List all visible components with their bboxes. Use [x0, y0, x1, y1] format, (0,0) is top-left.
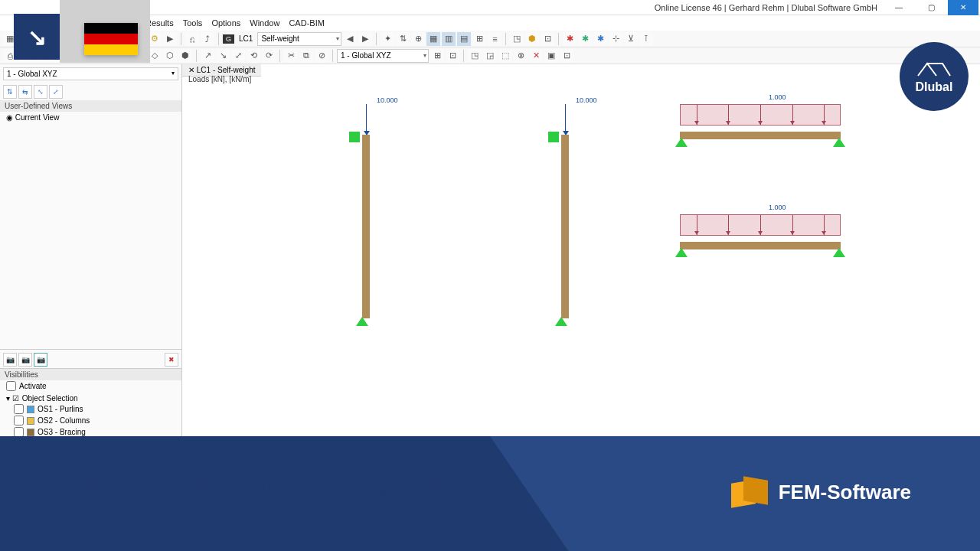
- tool-icon[interactable]: ✕: [529, 49, 543, 63]
- support-icon: [833, 138, 845, 147]
- main-area: 1 - Global XYZ ⇅ ⇆ ⤡ ⤢ User-Defined View…: [0, 64, 980, 462]
- distributed-load-icon: [680, 214, 841, 236]
- loadcase-combo[interactable]: Self-weight: [257, 32, 341, 46]
- tool-icon[interactable]: ✱: [563, 32, 577, 46]
- tool-icon[interactable]: ⊻: [624, 32, 638, 46]
- dlubal-logo: Dlubal: [900, 42, 969, 111]
- tool-icon[interactable]: ↘: [216, 49, 230, 63]
- view-icon[interactable]: ⇆: [18, 85, 32, 99]
- tool-icon[interactable]: ▣: [544, 49, 558, 63]
- maximize-button[interactable]: ▢: [916, 0, 946, 15]
- visibilities-header: Visibilities: [0, 369, 181, 380]
- tool-icon[interactable]: ≡: [488, 32, 501, 46]
- tool-icon[interactable]: ▶: [358, 32, 372, 46]
- support-icon: [675, 248, 688, 257]
- tool-icon[interactable]: ⊡: [446, 49, 459, 63]
- tool-icon[interactable]: ⊺: [639, 32, 653, 46]
- tool-icon[interactable]: ⬢: [525, 32, 539, 46]
- distributed-load-icon: [680, 104, 841, 126]
- tool-icon[interactable]: ◲: [483, 49, 497, 63]
- tool-icon[interactable]: ▥: [442, 32, 456, 46]
- column-member[interactable]: [362, 135, 370, 318]
- delete-icon[interactable]: ✖: [165, 353, 178, 367]
- tree-root[interactable]: ▾ ☑ Object Selection: [3, 393, 178, 403]
- tool-icon[interactable]: ⬢: [178, 49, 192, 63]
- tool-icon[interactable]: ◀: [343, 32, 357, 46]
- lc-id: LC1: [236, 34, 256, 43]
- tool-icon[interactable]: ▦: [426, 32, 440, 46]
- tool-icon[interactable]: ⊘: [315, 49, 328, 63]
- load-arrow-icon: [565, 104, 566, 135]
- tool-icon[interactable]: ⤢: [231, 49, 245, 63]
- support-icon: [833, 248, 845, 257]
- banner-title: Lokale Querschnittsreduzierungen in RFEM…: [38, 471, 444, 524]
- lc-badge: G: [223, 34, 234, 44]
- load-arrow-icon: [366, 104, 367, 135]
- tool-icon[interactable]: ▶: [163, 32, 177, 46]
- tool-icon[interactable]: ✦: [381, 32, 394, 46]
- fem-software-label: FEM-Software: [731, 475, 911, 509]
- support-icon: [675, 138, 688, 147]
- tool-icon[interactable]: ⊡: [541, 32, 554, 46]
- tool-icon[interactable]: ⎌: [185, 32, 199, 46]
- tool-icon[interactable]: ⬚: [498, 49, 512, 63]
- germany-flag-icon: [84, 23, 138, 55]
- model-viewport[interactable]: ✕ LC1 - Self-weight Loads [kN], [kN/m] 1…: [182, 64, 980, 462]
- menu-window[interactable]: Window: [250, 18, 279, 28]
- tool-icon[interactable]: ⊕: [411, 32, 425, 46]
- close-button[interactable]: ✕: [948, 0, 978, 15]
- tool-icon[interactable]: ⟳: [262, 49, 276, 63]
- minimize-button[interactable]: —: [884, 0, 914, 15]
- cube-icon: [731, 475, 765, 509]
- view-icon-row: ⇅ ⇆ ⤡ ⤢: [0, 83, 181, 100]
- tool-icon[interactable]: ↗: [201, 49, 214, 63]
- coord-combo[interactable]: 1 - Global XYZ: [337, 49, 429, 63]
- camera-icon[interactable]: 📷: [3, 353, 17, 367]
- coord-system-combo[interactable]: 1 - Global XYZ: [3, 67, 178, 80]
- menu-tools[interactable]: Tools: [183, 18, 203, 28]
- tool-icon[interactable]: ⬡: [163, 49, 177, 63]
- activate-checkbox[interactable]: Activate: [0, 380, 181, 392]
- beam-member[interactable]: [680, 132, 841, 139]
- left-panel: 1 - Global XYZ ⇅ ⇆ ⤡ ⤢ User-Defined View…: [0, 64, 182, 462]
- tool-icon[interactable]: ⊹: [609, 32, 622, 46]
- tool-icon[interactable]: ⤴: [201, 32, 214, 46]
- load-label: 10.000: [377, 96, 398, 104]
- tool-icon[interactable]: ⇅: [396, 32, 410, 46]
- load-label: 1.000: [769, 204, 786, 211]
- menu-cadbim[interactable]: CAD-BIM: [289, 18, 324, 28]
- view-icon[interactable]: ⇅: [3, 85, 17, 99]
- support-icon: [356, 317, 368, 326]
- views-header: User-Defined Views: [0, 100, 181, 112]
- tree-item[interactable]: OS1 - Purlins: [3, 403, 178, 415]
- tool-icon[interactable]: ⊗: [514, 49, 528, 63]
- support-icon: [555, 317, 567, 326]
- tool-icon[interactable]: ◳: [468, 49, 482, 63]
- tool-icon[interactable]: ✱: [593, 32, 607, 46]
- hinge-icon: [349, 132, 360, 142]
- tool-icon[interactable]: ✂: [284, 49, 298, 63]
- tool-icon[interactable]: ⟲: [247, 49, 260, 63]
- beam-member[interactable]: [680, 242, 841, 249]
- hinge-icon: [548, 132, 559, 142]
- camera-icon[interactable]: 📷: [18, 353, 32, 367]
- load-label: 1.000: [769, 93, 786, 101]
- tool-icon[interactable]: ▤: [457, 32, 471, 46]
- license-text: Online License 46 | Gerhard Rehm | Dluba…: [650, 3, 882, 12]
- tool-icon[interactable]: ⊞: [472, 32, 486, 46]
- current-view-radio[interactable]: ◉ Current View: [0, 112, 181, 123]
- tool-icon[interactable]: ✱: [578, 32, 592, 46]
- column-member[interactable]: [561, 135, 569, 318]
- tool-icon[interactable]: ⊞: [430, 49, 444, 63]
- view-icon[interactable]: ⤡: [34, 85, 47, 99]
- units-label: Loads [kN], [kN/m]: [188, 75, 251, 83]
- load-label: 10.000: [576, 96, 597, 104]
- arrow-box-icon: ↘: [14, 14, 60, 60]
- tree-item[interactable]: OS2 - Columns: [3, 415, 178, 426]
- tool-icon[interactable]: ⊡: [560, 49, 573, 63]
- tool-icon[interactable]: ⧉: [299, 49, 313, 63]
- view-icon[interactable]: ⤢: [49, 85, 63, 99]
- camera-icon[interactable]: 📷: [34, 353, 47, 367]
- tool-icon[interactable]: ◳: [510, 32, 524, 46]
- menu-options[interactable]: Options: [211, 18, 240, 28]
